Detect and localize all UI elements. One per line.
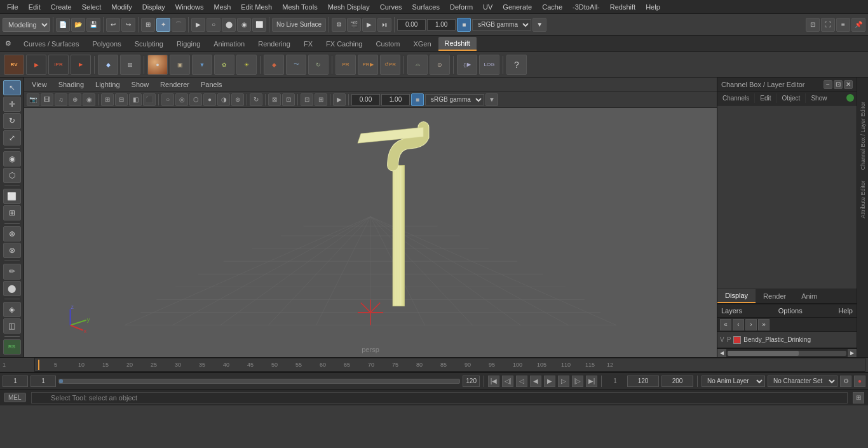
transform-btn[interactable]: ⊞ [3,205,21,221]
redo-icon[interactable]: ↪ [121,18,135,32]
lasso-btn[interactable]: ⬡ [3,168,21,183]
vp-menu-panels[interactable]: Panels [196,79,227,90]
shelf-pr2-icon[interactable]: PR▶ [358,55,378,75]
vp-colorspace-dropdown[interactable]: sRGB gamma [425,94,484,105]
auto-key-icon[interactable]: ● [854,376,865,387]
time-slider[interactable] [58,379,460,384]
snap3-btn[interactable]: ◈ [3,302,21,317]
end-frame-display[interactable]: 120 [463,376,480,387]
vp-res-icon[interactable]: ⊠ [268,93,281,106]
marquee-icon[interactable]: ⬜ [252,18,266,32]
start-frame-field[interactable]: 1 [3,376,28,387]
layer-p-label[interactable]: P [727,336,731,343]
tab-rendering[interactable]: Rendering [252,37,297,50]
options-label[interactable]: Options [778,307,803,315]
menu-uv[interactable]: UV [478,2,497,12]
vp-camera-icon[interactable]: 📷 [27,93,39,106]
channels-tab[interactable]: Channels [717,93,755,103]
rotate-tool-btn[interactable]: ↻ [3,113,21,128]
vp-shadow-icon[interactable]: ◑ [217,93,230,106]
layer-scrollbar[interactable]: ◀ ▶ [717,348,857,357]
char-set-dropdown[interactable]: No Character Set [768,376,837,387]
menu-file[interactable]: File [3,2,23,12]
vp-overlay-icon[interactable]: ⊟ [115,93,128,106]
hotbox-icon[interactable]: ⊡ [806,18,820,32]
menu-edit[interactable]: Edit [24,2,45,12]
shelf-rv-icon[interactable]: RV [4,55,24,75]
vp-color-icon[interactable]: ■ [411,93,424,106]
shelf-drop-icon[interactable]: ▼ [192,55,212,75]
timeline-ruler[interactable]: 5 10 15 20 25 30 35 40 45 50 55 60 65 70… [34,358,865,372]
next-key-btn[interactable]: |▷ [572,376,583,387]
play-back-btn[interactable]: ◀ [530,376,541,387]
menu-mesh-tools[interactable]: Mesh Tools [278,2,322,12]
shelf-pr3-icon[interactable]: ↺PR [380,55,400,75]
tab-polygons[interactable]: Polygons [86,37,127,50]
shelf-cube-icon[interactable]: ▣ [170,55,190,75]
layer-v-label[interactable]: V [720,336,724,343]
play-btn[interactable]: ▶ [544,376,555,387]
value2[interactable]: 1.00 [427,19,456,31]
vp-smooth-icon[interactable]: ● [203,93,216,106]
language-badge[interactable]: MEL [4,393,26,402]
ipr-icon[interactable]: ▶ [362,18,376,32]
help-label[interactable]: Help [838,307,853,315]
menu-redshift[interactable]: Redshift [606,2,640,12]
shelf-grid-icon[interactable]: ⊞ [120,55,140,75]
redshift-btn[interactable]: RS [3,339,21,355]
vp-anim-icon[interactable]: ↻ [250,93,262,106]
shelf-lamp-icon[interactable]: ⊙ [430,55,450,75]
tab-anim[interactable]: Anim [794,290,825,302]
menu-edit-mesh[interactable]: Edit Mesh [236,2,276,12]
layer-arrow-right2[interactable]: » [758,319,770,330]
value1[interactable]: 0.00 [397,19,426,31]
move-tool-btn[interactable]: ✛ [3,97,21,112]
vp-menu-shading[interactable]: Shading [53,79,89,90]
soft-select-icon[interactable]: ◉ [237,18,251,32]
render-view-icon[interactable]: 🎬 [347,18,361,32]
tab-fx-caching[interactable]: FX Caching [320,37,369,50]
vp-menu-renderer[interactable]: Renderer [155,79,194,90]
anim-layer-dropdown[interactable]: No Anim Layer [702,376,765,387]
vp-shading-icon[interactable]: ◧ [129,93,142,106]
tab-animation[interactable]: Animation [207,37,251,50]
shelf-flower-icon[interactable]: ✿ [214,55,234,75]
vp-dof-icon[interactable]: ⊛ [231,93,244,106]
open-file-icon[interactable]: 📂 [71,18,85,32]
layer-row[interactable]: V P Bendy_Plastic_Drinking [717,332,857,348]
new-file-icon[interactable]: 📄 [56,18,70,32]
menu-windows[interactable]: Windows [171,2,208,12]
menu-help[interactable]: Help [641,2,665,12]
snap-point-icon[interactable]: ✦ [156,18,170,32]
sculpt2-btn[interactable]: ⬤ [3,281,21,296]
current-frame-field[interactable]: 1 [31,376,56,387]
workspace-dropdown[interactable]: Modeling [3,18,50,32]
vp-menu-view[interactable]: View [27,79,52,90]
vp-menu-lighting[interactable]: Lighting [90,79,125,90]
menu-mesh[interactable]: Mesh [209,2,235,12]
vp-wire-icon[interactable]: ⬡ [189,93,202,106]
edit-tab[interactable]: Edit [755,93,776,103]
color-icon[interactable]: ■ [457,18,471,32]
layer-arrow-left1[interactable]: « [720,319,731,330]
tab-redshift[interactable]: Redshift [438,37,477,51]
no-live-surface-btn[interactable]: No Live Surface [272,18,326,32]
playback-icon[interactable]: ⏯ [377,18,391,32]
vp-texture-icon[interactable]: ⬛ [143,93,156,106]
shelf-wave-icon[interactable]: 〜 [286,55,306,75]
vp-oe-icon[interactable]: ⊡ [301,93,313,106]
render-settings-icon[interactable]: ⚙ [332,18,346,32]
shelf-pr1-icon[interactable]: PR [336,55,356,75]
prev-key-btn[interactable]: ◁| [502,376,513,387]
scale-tool-btn[interactable]: ⤢ [3,130,21,146]
undo-icon[interactable]: ↩ [106,18,120,32]
vp-film-icon[interactable]: 🎞 [41,93,53,106]
vp-snap-icon[interactable]: ⊕ [69,93,81,106]
snap4-btn[interactable]: ◫ [3,318,21,334]
object-tab[interactable]: Object [777,93,806,103]
tab-fx[interactable]: FX [297,37,319,50]
vp-value1[interactable]: 0.00 [351,94,380,105]
range-end-field[interactable]: 120 [627,376,659,387]
menu-display[interactable]: Display [138,2,170,12]
colorspace-arrow-icon[interactable]: ▼ [532,18,546,32]
